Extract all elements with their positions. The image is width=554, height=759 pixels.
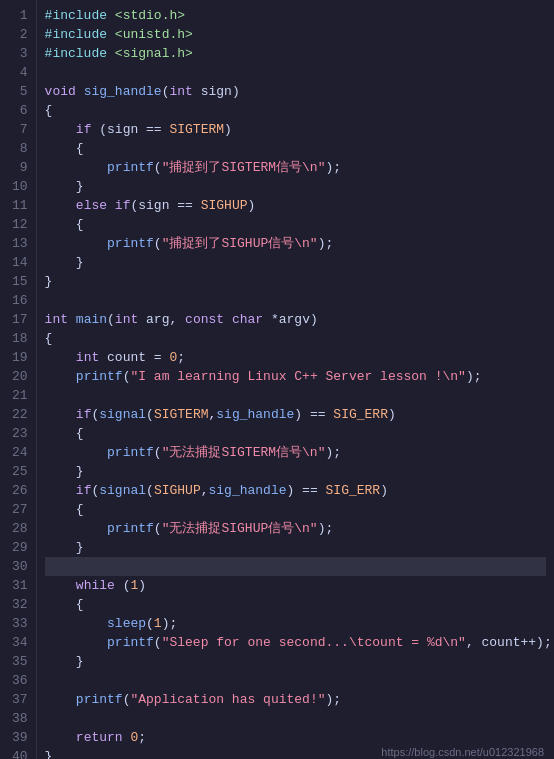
- line-number: 12: [12, 215, 28, 234]
- line-number: 5: [12, 82, 28, 101]
- code-line: while (1): [45, 576, 546, 595]
- code-line: #include <signal.h>: [45, 44, 546, 63]
- line-number: 20: [12, 367, 28, 386]
- line-number: 7: [12, 120, 28, 139]
- line-number: 37: [12, 690, 28, 709]
- code-line: {: [45, 139, 546, 158]
- line-number: 32: [12, 595, 28, 614]
- code-line: [45, 63, 546, 82]
- line-number: 11: [12, 196, 28, 215]
- line-number: 40: [12, 747, 28, 759]
- code-line: }: [45, 272, 546, 291]
- code-line: {: [45, 329, 546, 348]
- line-number: 28: [12, 519, 28, 538]
- line-number: 25: [12, 462, 28, 481]
- code-editor: 1234567891011121314151617181920212223242…: [0, 0, 554, 759]
- code-line: printf("无法捕捉SIGTERM信号\n");: [45, 443, 546, 462]
- line-number: 10: [12, 177, 28, 196]
- line-number: 27: [12, 500, 28, 519]
- line-number: 38: [12, 709, 28, 728]
- code-line: if (sign == SIGTERM): [45, 120, 546, 139]
- line-number: 1: [12, 6, 28, 25]
- code-line: {: [45, 101, 546, 120]
- code-line: void sig_handle(int sign): [45, 82, 546, 101]
- line-number: 18: [12, 329, 28, 348]
- line-number: 14: [12, 253, 28, 272]
- code-line: #include <unistd.h>: [45, 25, 546, 44]
- code-line: {: [45, 424, 546, 443]
- line-number: 13: [12, 234, 28, 253]
- code-line: printf("Application has quited!");: [45, 690, 546, 709]
- line-number: 8: [12, 139, 28, 158]
- code-line: int main(int arg, const char *argv): [45, 310, 546, 329]
- code-content-area[interactable]: #include <stdio.h>#include <unistd.h>#in…: [37, 0, 554, 759]
- code-line: int count = 0;: [45, 348, 546, 367]
- code-line: printf("无法捕捉SIGHUP信号\n");: [45, 519, 546, 538]
- line-number: 17: [12, 310, 28, 329]
- line-number: 24: [12, 443, 28, 462]
- line-number: 22: [12, 405, 28, 424]
- code-line: printf("I am learning Linux C++ Server l…: [45, 367, 546, 386]
- line-number: 19: [12, 348, 28, 367]
- line-number: 26: [12, 481, 28, 500]
- code-line: printf("捕捉到了SIGTERM信号\n");: [45, 158, 546, 177]
- line-number: 16: [12, 291, 28, 310]
- line-number: 30: [12, 557, 28, 576]
- line-number: 15: [12, 272, 28, 291]
- code-line: [45, 386, 546, 405]
- line-number: 23: [12, 424, 28, 443]
- line-number: 29: [12, 538, 28, 557]
- code-line: {: [45, 595, 546, 614]
- code-line: if(signal(SIGHUP,sig_handle) == SIG_ERR): [45, 481, 546, 500]
- line-number: 31: [12, 576, 28, 595]
- code-line: printf("捕捉到了SIGHUP信号\n");: [45, 234, 546, 253]
- code-line: [45, 291, 546, 310]
- code-line: }: [45, 538, 546, 557]
- code-line: }: [45, 462, 546, 481]
- code-line: sleep(1);: [45, 614, 546, 633]
- code-line: [45, 709, 546, 728]
- line-number: 4: [12, 63, 28, 82]
- line-number-gutter: 1234567891011121314151617181920212223242…: [0, 0, 37, 759]
- code-line: }: [45, 652, 546, 671]
- code-line: printf("Sleep for one second...\tcount =…: [45, 633, 546, 652]
- code-line: }: [45, 253, 546, 272]
- line-number: 2: [12, 25, 28, 44]
- line-number: 21: [12, 386, 28, 405]
- code-line: if(signal(SIGTERM,sig_handle) == SIG_ERR…: [45, 405, 546, 424]
- code-line: #include <stdio.h>: [45, 6, 546, 25]
- code-line: [45, 671, 546, 690]
- watermark: https://blog.csdn.net/u012321968: [381, 743, 544, 759]
- code-line: {: [45, 500, 546, 519]
- line-number: 34: [12, 633, 28, 652]
- code-line: }: [45, 177, 546, 196]
- code-line: {: [45, 215, 546, 234]
- line-number: 6: [12, 101, 28, 120]
- line-number: 35: [12, 652, 28, 671]
- line-number: 33: [12, 614, 28, 633]
- code-line: else if(sign == SIGHUP): [45, 196, 546, 215]
- line-number: 9: [12, 158, 28, 177]
- code-line: [45, 557, 546, 576]
- line-number: 36: [12, 671, 28, 690]
- line-number: 39: [12, 728, 28, 747]
- line-number: 3: [12, 44, 28, 63]
